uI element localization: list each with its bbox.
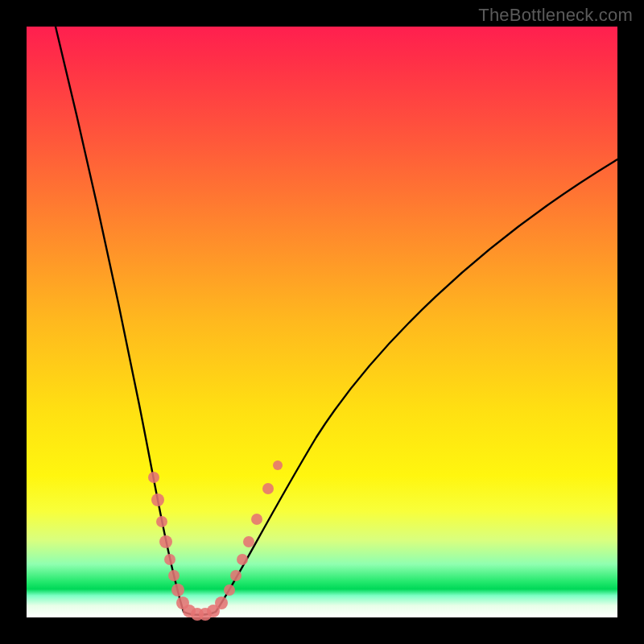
svg-point-17 xyxy=(251,514,262,525)
svg-point-5 xyxy=(168,570,180,581)
bead-cluster xyxy=(148,460,283,621)
svg-point-12 xyxy=(215,597,228,609)
svg-point-15 xyxy=(237,554,248,565)
svg-point-14 xyxy=(230,570,242,581)
watermark-text: TheBottleneck.com xyxy=(478,5,633,26)
svg-point-2 xyxy=(156,516,167,527)
curve-overlay xyxy=(27,27,617,617)
svg-point-1 xyxy=(151,493,164,506)
svg-point-18 xyxy=(262,483,274,494)
svg-point-3 xyxy=(159,535,172,548)
svg-point-13 xyxy=(224,584,235,596)
svg-point-6 xyxy=(171,584,184,597)
svg-point-4 xyxy=(164,554,175,565)
svg-point-19 xyxy=(273,460,283,470)
bottleneck-curve xyxy=(56,27,617,615)
outer-frame: TheBottleneck.com xyxy=(0,0,644,644)
svg-point-0 xyxy=(148,472,159,483)
svg-point-16 xyxy=(243,536,254,547)
